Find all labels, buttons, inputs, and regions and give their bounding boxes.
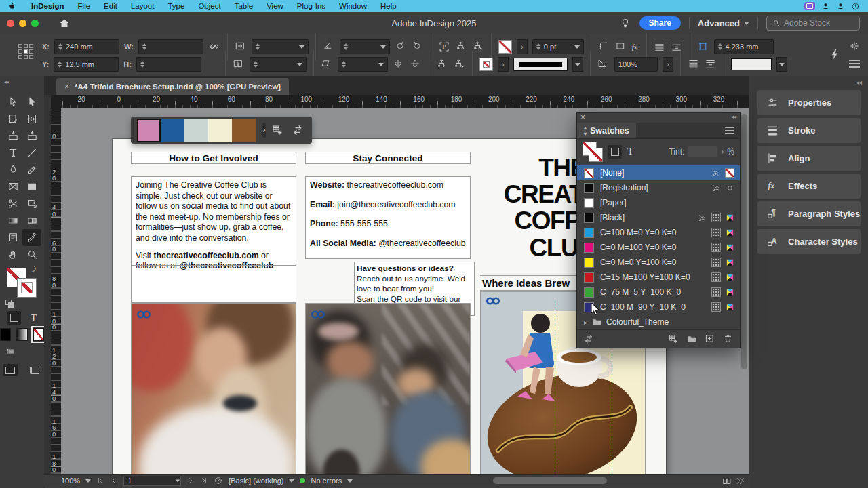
new-group-folder-icon[interactable]	[686, 333, 697, 344]
tool-gradient-feather[interactable]	[22, 212, 41, 229]
fill-swatch-none[interactable]	[498, 40, 512, 54]
tool-hand[interactable]	[3, 246, 22, 263]
text-wrap-bounding-icon[interactable]	[671, 41, 683, 53]
adobe-stock-search[interactable]: Adobe Stock	[766, 16, 860, 30]
swatch-paper[interactable]: [Paper]	[577, 195, 740, 210]
stroke-swatch-none[interactable]	[479, 58, 493, 71]
resize-grip[interactable]	[737, 478, 744, 484]
clock-icon[interactable]	[851, 2, 860, 11]
last-page-icon[interactable]	[200, 476, 208, 485]
zoom-level[interactable]: 100%	[61, 476, 80, 485]
menu-help[interactable]: Help	[374, 0, 403, 12]
dock-align[interactable]: Align	[757, 146, 861, 171]
disclosure-icon[interactable]: ▸	[584, 319, 587, 326]
ruler-corner[interactable]	[51, 95, 62, 108]
errors-chevron-icon[interactable]	[347, 479, 353, 483]
flip-horizontal-icon[interactable]	[393, 58, 405, 70]
opacity-field[interactable]: 100%	[614, 57, 658, 72]
close-tab-icon[interactable]: ×	[64, 82, 69, 92]
link-dimensions-icon[interactable]	[208, 41, 220, 53]
dock-effects[interactable]: fxEffects	[757, 174, 861, 199]
horizontal-scrollbar-thumb[interactable]	[493, 477, 607, 484]
apple-menu-icon[interactable]	[8, 2, 16, 10]
dock-character-styles[interactable]: ACharacter Styles	[757, 229, 861, 254]
stroke-weight-field[interactable]: 0 pt	[532, 39, 584, 54]
collapse-dock-icon[interactable]: ◂◂	[856, 79, 861, 86]
reference-point-proxy[interactable]	[18, 44, 33, 59]
scale-x-field[interactable]	[252, 39, 309, 54]
swatches-tab[interactable]: ▴▾Swatches	[577, 123, 636, 138]
dock-properties[interactable]: Properties	[757, 90, 861, 115]
discover-bulb-icon[interactable]	[619, 17, 631, 29]
corner-options-icon[interactable]	[598, 41, 610, 53]
first-page-icon[interactable]	[96, 476, 104, 485]
select-last-icon[interactable]	[453, 58, 465, 70]
gear-icon[interactable]	[849, 41, 860, 52]
vertical-ruler[interactable]: 020406080100120140160180	[51, 108, 61, 474]
panel1-body-frame[interactable]: Joining The Creative Coffee Club is simp…	[131, 176, 296, 303]
close-panel-icon[interactable]: ×	[580, 113, 585, 122]
apply-gradient-button[interactable]	[16, 328, 27, 341]
tool-content-placer[interactable]	[22, 127, 41, 144]
menu-object[interactable]: Object	[191, 0, 227, 12]
zoom-chevron-icon[interactable]	[85, 479, 91, 483]
formatting-affects-container-button[interactable]	[7, 311, 21, 325]
object-style-chevron[interactable]	[776, 57, 787, 72]
tool-note[interactable]	[3, 229, 22, 246]
panel2-contact-frame[interactable]: Website: thecreativecoffeeclub.comEmail:…	[305, 176, 471, 259]
select-content-icon[interactable]	[455, 41, 467, 53]
swatch-none[interactable]: [None]	[577, 165, 740, 180]
opacity-expand-button[interactable]: ›	[663, 57, 673, 72]
tool-pen[interactable]	[3, 161, 22, 178]
menu-file[interactable]: File	[71, 0, 98, 12]
formatting-affects-text-button[interactable]: T	[627, 146, 633, 157]
menu-window[interactable]: Window	[332, 0, 374, 12]
menu-view[interactable]: View	[260, 0, 290, 12]
swatch-c-15-m-100-y-100-k-0[interactable]: C=15 M=100 Y=100 K=0	[577, 270, 740, 285]
menu-edit[interactable]: Edit	[97, 0, 124, 12]
tool-direct-selection[interactable]	[22, 94, 41, 110]
swatch-c-100-m-90-y-10-k-0[interactable]: C=100 M=90 Y=10 K=0	[577, 300, 740, 314]
text-wrap-none-icon[interactable]	[654, 41, 666, 53]
align-bottom-icon[interactable]	[705, 58, 717, 70]
minimize-window-button[interactable]	[19, 20, 26, 27]
menu-table[interactable]: Table	[228, 0, 260, 12]
tool-free-transform[interactable]	[22, 195, 41, 212]
tool-rectangle[interactable]	[22, 178, 41, 195]
swatch-black[interactable]: [Black]	[577, 210, 740, 225]
tool-gradient[interactable]	[3, 212, 22, 229]
tint-expand[interactable]: ›	[721, 147, 724, 157]
panel-menu-icon[interactable]	[725, 127, 734, 134]
tool-page[interactable]	[3, 110, 22, 127]
new-color-group-icon[interactable]	[668, 333, 679, 344]
theme-swatch-3[interactable]	[208, 119, 232, 142]
gpu-performance-icon[interactable]	[829, 48, 841, 60]
theme-swatch-1[interactable]	[161, 119, 184, 142]
add-theme-to-swatches-icon[interactable]	[271, 124, 283, 136]
align-center-icon[interactable]	[688, 58, 700, 70]
swatch-fill-stroke-proxy[interactable]	[583, 142, 603, 162]
panel-menu-icon[interactable]	[849, 60, 860, 68]
tool-frame[interactable]	[3, 178, 22, 195]
document-tab[interactable]: × *A4 Trifold Brochure Setup.indd @ 100%…	[56, 78, 289, 95]
theme-swatch-4[interactable]	[232, 119, 256, 142]
gap-field[interactable]: 4.233 mm	[714, 39, 774, 54]
y-position-field[interactable]: 12.5 mm	[54, 57, 119, 72]
exchange-swatches-icon[interactable]	[583, 333, 594, 344]
linked-image-icon[interactable]	[310, 306, 326, 316]
theme-next-button[interactable]: ›	[262, 123, 266, 138]
screen-mode-normal-button[interactable]	[3, 364, 18, 376]
tool-pencil[interactable]	[22, 161, 41, 178]
vertical-scrollbar-thumb[interactable]	[741, 114, 747, 369]
stroke-expand-button[interactable]: ›	[498, 57, 509, 72]
menu-indesign[interactable]: InDesign	[24, 0, 71, 12]
menu-plug-ins[interactable]: Plug-Ins	[290, 0, 332, 12]
menu-layout[interactable]: Layout	[124, 0, 161, 12]
tool-type[interactable]	[3, 144, 22, 161]
share-theme-icon[interactable]	[292, 124, 304, 136]
object-style-swatch[interactable]	[731, 58, 772, 70]
photo-people-laptop[interactable]	[305, 303, 471, 474]
home-icon[interactable]	[58, 17, 71, 29]
workspace-switcher[interactable]: Advanced	[698, 18, 749, 28]
swatch-group-colourful-theme[interactable]: ▸ Colourful_Theme	[577, 314, 740, 329]
